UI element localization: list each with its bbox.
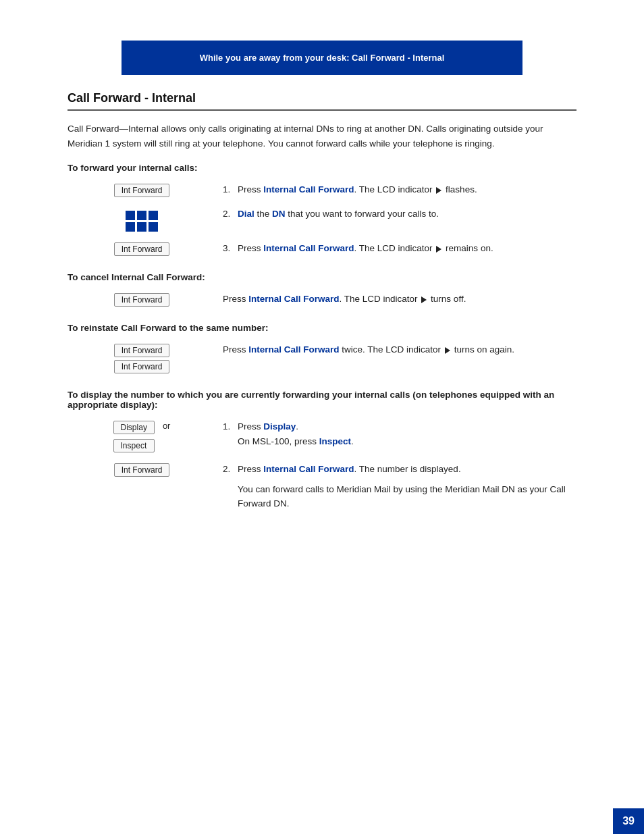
int-forward-btn-reinstate-1[interactable]: Int Forward — [114, 344, 170, 357]
display-step1-right: 1. Press Display.On MSL-100, press Inspe… — [216, 419, 576, 448]
display-step1-row: Display Inspect or 1. Press Display.On M… — [68, 419, 576, 455]
cancel-left: Int Forward — [68, 292, 216, 309]
step-3-left: Int Forward — [68, 241, 216, 259]
subheading-cancel: To cancel Internal Call Forward: — [68, 272, 576, 282]
page-number: 39 — [613, 808, 644, 834]
step-num-1: 1. — [223, 182, 238, 197]
meridian-mail-note: You can forward calls to Meridian Mail b… — [223, 482, 576, 511]
step-2-left — [68, 207, 216, 234]
step-2-row: 2. Dial the DN that you want to forward … — [68, 207, 576, 234]
inspect-btn[interactable]: Inspect — [113, 439, 155, 452]
section-title: Call Forward - Internal — [68, 91, 576, 111]
reinstate-right: Press Internal Call Forward twice. The L… — [216, 342, 576, 357]
step-text-3: Press Internal Call Forward. The LCD ind… — [238, 241, 576, 256]
intro-paragraph: Call Forward—Internal allows only calls … — [68, 122, 576, 151]
display-step-num-2: 2. — [223, 462, 238, 477]
subheading-reinstate: To reinstate Call Forward to the same nu… — [68, 323, 576, 333]
step-num-2: 2. — [223, 207, 238, 221]
display-step1-left: Display Inspect or — [68, 419, 216, 455]
step-2-right: 2. Dial the DN that you want to forward … — [216, 207, 576, 221]
display-step-num-1: 1. — [223, 419, 238, 434]
step-1-left: Int Forward — [68, 182, 216, 200]
page-wrapper: While you are away from your desk: Call … — [0, 41, 644, 834]
cancel-text: Press Internal Call Forward. The LCD ind… — [223, 294, 466, 304]
cancel-row: Int Forward Press Internal Call Forward.… — [68, 292, 576, 309]
step-3-row: Int Forward 3. Press Internal Call Forwa… — [68, 241, 576, 259]
step-3-right: 3. Press Internal Call Forward. The LCD … — [216, 241, 576, 256]
display-step2-right: 2. Press Internal Call Forward. The numb… — [216, 462, 576, 511]
display-step2-row: Int Forward 2. Press Internal Call Forwa… — [68, 462, 576, 511]
int-forward-btn-1[interactable]: Int Forward — [114, 184, 170, 197]
main-content: Call Forward - Internal Call Forward—Int… — [68, 75, 576, 511]
banner-text: While you are away from your desk: Call … — [200, 53, 445, 63]
display-btn[interactable]: Display — [113, 421, 155, 434]
step-1-row: Int Forward 1. Press Internal Call Forwa… — [68, 182, 576, 200]
int-forward-btn-display[interactable]: Int Forward — [114, 463, 170, 477]
header-banner: While you are away from your desk: Call … — [122, 41, 522, 75]
dial-grid-icon — [126, 211, 158, 232]
step-1-right: 1. Press Internal Call Forward. The LCD … — [216, 182, 576, 197]
int-forward-btn-2[interactable]: Int Forward — [114, 242, 170, 256]
display-step-text-2: Press Internal Call Forward. The number … — [238, 462, 576, 477]
or-label: or — [163, 421, 171, 431]
reinstate-left: Int Forward Int Forward — [68, 342, 216, 376]
int-forward-btn-cancel[interactable]: Int Forward — [114, 293, 170, 307]
display-step2-left: Int Forward — [68, 462, 216, 479]
display-or-group: Display Inspect or — [113, 421, 171, 455]
step-text-1: Press Internal Call Forward. The LCD ind… — [238, 182, 576, 197]
int-forward-btn-reinstate-2[interactable]: Int Forward — [114, 360, 170, 373]
reinstate-text: Press Internal Call Forward twice. The L… — [223, 344, 514, 355]
display-or-btns: Display Inspect — [113, 421, 155, 455]
cancel-block: To cancel Internal Call Forward: Int For… — [68, 272, 576, 309]
display-block: To display the number to which you are c… — [68, 390, 576, 511]
reinstate-block: To reinstate Call Forward to the same nu… — [68, 323, 576, 376]
subheading-forward: To forward your internal calls: — [68, 163, 576, 173]
step-num-3: 3. — [223, 241, 238, 256]
reinstate-row: Int Forward Int Forward Press Internal C… — [68, 342, 576, 376]
display-step-text-1: Press Display.On MSL-100, press Inspect. — [238, 419, 576, 448]
step-text-2: Dial the DN that you want to forward you… — [238, 207, 576, 221]
cancel-right: Press Internal Call Forward. The LCD ind… — [216, 292, 576, 307]
subheading-display: To display the number to which you are c… — [68, 390, 576, 410]
